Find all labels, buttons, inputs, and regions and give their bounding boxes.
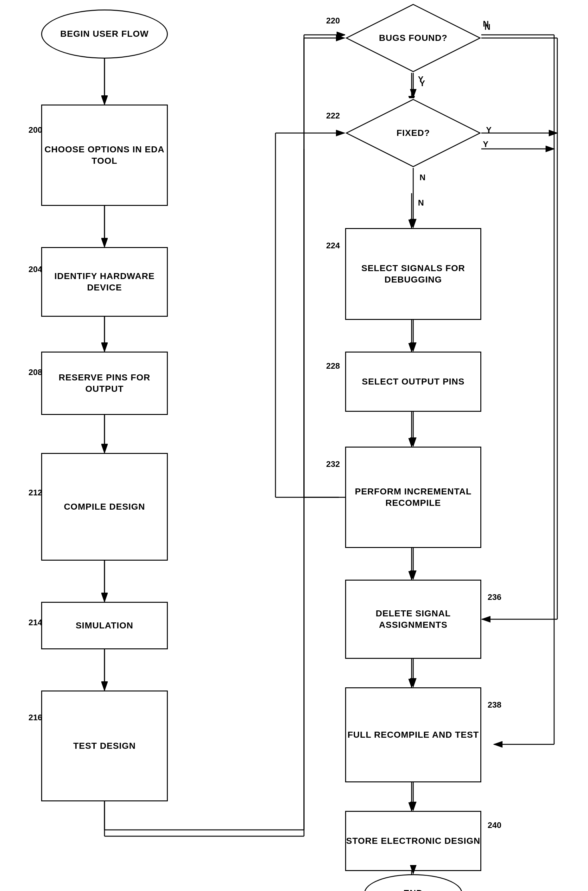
choose-options-rect: CHOOSE OPTIONS IN EDA TOOL	[41, 105, 168, 206]
select-pins-label: SELECT OUTPUT PINS	[362, 376, 465, 388]
ref-232: 232	[326, 459, 340, 469]
ref-220: 220	[326, 16, 340, 26]
select-signals-rect: SELECT SIGNALS FOR DEBUGGING	[345, 228, 481, 320]
incremental-label: PERFORM INCREMENTAL RECOMPILE	[346, 486, 480, 509]
compile-label: COMPILE DESIGN	[64, 501, 146, 512]
simulation-label: SIMULATION	[76, 620, 133, 631]
select-pins-rect: SELECT OUTPUT PINS	[345, 352, 481, 412]
bugs-found-label: BUGS FOUND?	[379, 32, 447, 44]
y-fixed-label: Y	[483, 139, 488, 149]
ref-204: 204	[28, 264, 42, 274]
ref-212: 212	[28, 488, 42, 497]
ref-240: 240	[488, 820, 501, 830]
n-label-fixed: N	[420, 173, 426, 182]
ref-228: 228	[326, 361, 340, 371]
begin-label: BEGIN USER FLOW	[60, 28, 148, 40]
ref-222: 222	[326, 111, 340, 121]
n-fixed-label: N	[418, 198, 424, 208]
store-label: STORE ELECTRONIC DESIGN	[346, 835, 480, 847]
full-recompile-rect: FULL RECOMPILE AND TEST	[345, 687, 481, 782]
flowchart-diagram: BEGIN USER FLOW 200 CHOOSE OPTIONS IN ED…	[0, 0, 588, 891]
ref-224: 224	[326, 241, 340, 251]
test-label: TEST DESIGN	[73, 740, 136, 752]
bugs-found-diamond: BUGS FOUND?	[345, 3, 481, 73]
end-label: END	[404, 888, 423, 891]
n-label-bugs: N	[484, 22, 490, 32]
select-signals-label: SELECT SIGNALS FOR DEBUGGING	[346, 263, 480, 286]
y-label-fixed: Y	[486, 125, 491, 135]
delete-rect: DELETE SIGNAL ASSIGNMENTS	[345, 580, 481, 659]
identify-label: IDENTIFY HARDWARE DEVICE	[42, 270, 167, 294]
fixed-label: FIXED?	[396, 127, 430, 139]
ref-236: 236	[488, 592, 501, 602]
reserve-pins-rect: RESERVE PINS FOR OUTPUT	[41, 352, 168, 415]
begin-ellipse: BEGIN USER FLOW	[41, 9, 168, 59]
y-label-bugs: Y	[420, 78, 425, 89]
end-ellipse: END	[364, 874, 462, 891]
incremental-rect: PERFORM INCREMENTAL RECOMPILE	[345, 446, 481, 548]
simulation-rect: SIMULATION	[41, 602, 168, 649]
compile-design-rect: COMPILE DESIGN	[41, 453, 168, 560]
ref-208: 208	[28, 367, 42, 377]
identify-hardware-rect: IDENTIFY HARDWARE DEVICE	[41, 247, 168, 317]
ref-200: 200	[28, 125, 42, 135]
ref-238: 238	[488, 700, 501, 710]
choose-label: CHOOSE OPTIONS IN EDA TOOL	[42, 144, 167, 167]
ref-214: 214	[28, 618, 42, 628]
store-rect: STORE ELECTRONIC DESIGN	[345, 811, 481, 871]
ref-216: 216	[28, 713, 42, 723]
delete-label: DELETE SIGNAL ASSIGNMENTS	[346, 608, 480, 631]
test-design-rect: TEST DESIGN	[41, 691, 168, 801]
reserve-label: RESERVE PINS FOR OUTPUT	[42, 372, 167, 395]
full-recompile-label: FULL RECOMPILE AND TEST	[348, 729, 479, 741]
fixed-diamond: FIXED?	[345, 98, 481, 168]
